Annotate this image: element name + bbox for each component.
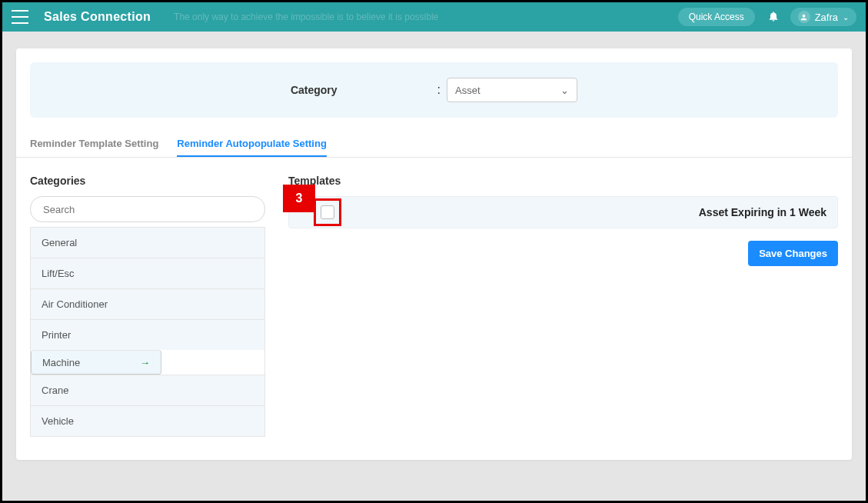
menu-icon[interactable] <box>12 10 28 24</box>
tab-bar: Reminder Template Setting Reminder Autop… <box>16 132 852 158</box>
list-item[interactable]: Lift/Esc <box>31 258 264 288</box>
category-select-wrap: : Asset ⌄ <box>437 78 577 102</box>
colon-label: : <box>437 83 441 97</box>
category-list: General Lift/Esc Air Conditioner Printer… <box>30 227 265 437</box>
category-select[interactable]: Asset ⌄ <box>447 78 577 102</box>
list-item[interactable]: General <box>31 227 264 258</box>
step-annotation-badge: 3 <box>283 185 315 212</box>
category-label: Category <box>291 84 338 96</box>
tab-reminder-autopopulate[interactable]: Reminder Autopopulate Setting <box>177 132 327 157</box>
content-body: Categories General Lift/Esc Air Conditio… <box>16 158 852 460</box>
template-title: Asset Expiring in 1 Week <box>699 206 826 218</box>
top-bar: Sales Connection The only way to achieve… <box>2 2 866 32</box>
list-item[interactable]: Printer <box>31 319 264 350</box>
tab-reminder-template[interactable]: Reminder Template Setting <box>30 132 158 157</box>
user-menu[interactable]: Zafra ⌄ <box>790 8 856 26</box>
quick-access-button[interactable]: Quick Access <box>678 8 755 26</box>
templates-column: Templates 3 Asset Expiring in 1 Week Sav… <box>288 175 838 437</box>
notification-bell-icon[interactable] <box>767 10 780 25</box>
list-item[interactable]: Air Conditioner <box>31 288 264 319</box>
category-filter-bar: Category : Asset ⌄ <box>30 62 838 118</box>
page-body: Category : Asset ⌄ Reminder Template Set… <box>2 32 866 477</box>
arrow-right-icon: → <box>140 357 150 368</box>
app-brand: Sales Connection <box>44 10 151 24</box>
user-avatar-icon <box>798 11 810 23</box>
templates-heading: Templates <box>288 175 838 187</box>
categories-column: Categories General Lift/Esc Air Conditio… <box>30 175 265 437</box>
settings-card: Category : Asset ⌄ Reminder Template Set… <box>16 48 852 460</box>
list-item[interactable]: Vehicle <box>31 405 264 436</box>
app-frame: Sales Connection The only way to achieve… <box>0 0 868 503</box>
save-changes-button[interactable]: Save Changes <box>748 241 838 266</box>
categories-heading: Categories <box>30 175 265 187</box>
header-subtitle: The only way to achieve the impossible i… <box>174 12 438 22</box>
user-name-label: Zafra <box>815 12 838 23</box>
template-checkbox[interactable] <box>321 205 334 219</box>
search-input[interactable] <box>30 196 265 222</box>
list-item[interactable]: Crane <box>31 375 264 405</box>
chevron-down-icon: ⌄ <box>843 13 849 22</box>
template-row: 3 Asset Expiring in 1 Week <box>288 196 838 228</box>
checkbox-highlight-frame <box>314 198 341 226</box>
chevron-down-icon: ⌄ <box>560 85 569 96</box>
list-item-selected[interactable]: Machine → <box>31 350 161 375</box>
category-select-value: Asset <box>455 85 481 96</box>
